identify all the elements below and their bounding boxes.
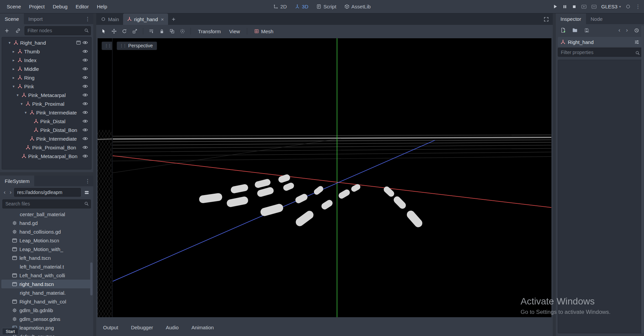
tree-node[interactable]: Pink	[2, 82, 91, 91]
visibility-eye-icon[interactable]	[83, 110, 88, 114]
tab-import[interactable]: Import	[24, 13, 48, 24]
visibility-eye-icon[interactable]	[83, 145, 88, 149]
play-button[interactable]	[553, 4, 558, 9]
current-path-field[interactable]	[14, 188, 81, 197]
close-icon[interactable]: ×	[161, 16, 164, 22]
expand-arrow-icon[interactable]	[11, 64, 16, 73]
menu-debug[interactable]: Debug	[49, 0, 71, 13]
file-item[interactable]: center_ball_material	[0, 210, 93, 219]
perspective-label-clipped[interactable]: ⋮⋮ Perspective	[102, 42, 113, 50]
select-tool-button[interactable]	[99, 27, 108, 36]
tree-node[interactable]: Pink_Distal_Bon	[2, 126, 91, 134]
history-back-icon[interactable]: ‹	[2, 189, 7, 196]
rotate-tool-button[interactable]	[120, 27, 129, 36]
menu-project[interactable]: Project	[25, 0, 49, 13]
new-resource-button[interactable]	[559, 26, 568, 35]
tree-node[interactable]: Pink_Proximal	[2, 99, 91, 108]
file-item[interactable]: gdlm_lib.gdnlib	[0, 306, 93, 315]
expand-arrow-icon[interactable]	[15, 91, 20, 99]
tree-node[interactable]: Pink_Intermediate	[2, 134, 91, 143]
file-item[interactable]: hand.gd	[0, 219, 93, 227]
file-item[interactable]: right_hand_material.	[0, 288, 93, 297]
play-scene-button[interactable]	[581, 4, 587, 9]
filesystem-scrollbar[interactable]	[90, 262, 93, 295]
file-item-selected[interactable]: right_hand.tscn	[1, 280, 92, 288]
menu-scene[interactable]: Scene	[3, 0, 25, 13]
pause-button[interactable]	[562, 4, 567, 9]
expand-arrow-icon[interactable]	[11, 82, 16, 91]
tab-scene[interactable]: Scene	[0, 13, 24, 24]
visibility-eye-icon[interactable]	[83, 41, 88, 45]
expand-arrow-icon[interactable]	[19, 99, 24, 108]
tree-node[interactable]: Ring	[2, 73, 91, 82]
transform-menu[interactable]: Transform	[194, 29, 224, 34]
tab-filesystem[interactable]: FileSystem	[0, 176, 34, 186]
tree-node[interactable]: Pink_Proximal_Bon	[2, 143, 91, 152]
expand-viewport-icon[interactable]	[540, 13, 553, 25]
dots-menu-icon[interactable]: ⋮	[635, 3, 641, 10]
toggle-split-mode-icon[interactable]	[82, 188, 91, 197]
visibility-eye-icon[interactable]	[83, 119, 88, 123]
edited-object-row[interactable]: Right_hand	[558, 37, 642, 47]
search-files-input[interactable]	[2, 199, 91, 208]
tab-inspector[interactable]: Inspector	[556, 13, 586, 24]
output-panel-button[interactable]: Output	[103, 325, 118, 330]
expand-arrow-icon[interactable]	[23, 108, 28, 117]
tree-node[interactable]: Index	[2, 56, 91, 64]
play-custom-scene-button[interactable]	[591, 4, 597, 9]
move-tool-button[interactable]	[109, 27, 119, 36]
expand-arrow-icon[interactable]	[11, 73, 16, 82]
visibility-eye-icon[interactable]	[83, 102, 88, 106]
tree-node[interactable]: Right_hand	[2, 38, 91, 47]
snap-toggle-button[interactable]	[178, 27, 187, 36]
file-item[interactable]: Leap_Motion.tscn	[0, 236, 93, 245]
group-node-button[interactable]	[167, 27, 177, 36]
load-resource-button[interactable]	[571, 26, 579, 35]
instance-scene-button[interactable]	[13, 26, 22, 35]
new-tab-button[interactable]	[168, 13, 179, 25]
history-forward-icon[interactable]: ›	[8, 189, 13, 196]
add-node-button[interactable]	[2, 26, 11, 35]
workspace-2d[interactable]: 2D	[273, 4, 287, 9]
3d-viewport[interactable]: ⋮⋮ Perspective	[113, 38, 551, 317]
history-back-icon[interactable]: ‹	[617, 27, 622, 34]
visibility-eye-icon[interactable]	[83, 49, 88, 53]
expand-arrow-icon[interactable]	[7, 38, 12, 47]
tab-main-scene[interactable]: Main	[97, 13, 123, 25]
file-item[interactable]: Right_hand_with_col	[0, 297, 93, 306]
filter-properties-input[interactable]	[558, 48, 642, 57]
file-item[interactable]: Leap_Motion_with_	[0, 245, 93, 253]
visibility-eye-icon[interactable]	[83, 137, 88, 141]
visibility-eye-icon[interactable]	[83, 128, 88, 132]
save-resource-button[interactable]	[582, 26, 591, 35]
tree-node[interactable]: Pink_Distal	[2, 117, 91, 126]
expand-arrow-icon[interactable]	[11, 47, 16, 56]
menu-editor[interactable]: Editor	[71, 0, 93, 13]
file-item[interactable]: gdlm_sensor.gdns	[0, 315, 93, 323]
workspace-3d[interactable]: 3D	[295, 4, 308, 9]
menu-help[interactable]: Help	[93, 0, 111, 13]
file-item[interactable]: left_hand_material.t	[0, 262, 93, 271]
dock-menu-icon[interactable]: ⋮	[82, 178, 93, 184]
mesh-menu[interactable]: Mesh	[251, 29, 277, 34]
visibility-eye-icon[interactable]	[83, 58, 88, 62]
scale-tool-button[interactable]	[130, 27, 140, 36]
windows-start-button[interactable]: Start	[2, 328, 18, 335]
expand-arrow-icon[interactable]	[11, 56, 16, 64]
tree-node[interactable]: Middle	[2, 64, 91, 73]
file-item[interactable]: hand_collisions.gd	[0, 227, 93, 236]
file-item[interactable]: Left_hand_with_colli	[0, 271, 93, 280]
tree-node[interactable]: Pink_Intermediate	[2, 108, 91, 117]
video-driver-dropdown[interactable]: GLES3 ▾	[601, 4, 621, 9]
perspective-label[interactable]: ⋮⋮ Perspective	[117, 42, 157, 50]
workspace-script[interactable]: Script	[316, 4, 336, 9]
tree-node[interactable]: Thumb	[2, 47, 91, 56]
tree-node[interactable]: Pink_Metacarpal_Bon	[2, 152, 91, 160]
stop-button[interactable]	[572, 4, 577, 9]
tree-node[interactable]: Pink_Metacarpal	[2, 91, 91, 99]
filter-nodes-input[interactable]	[24, 26, 91, 35]
visibility-eye-icon[interactable]	[83, 93, 88, 97]
history-forward-icon[interactable]: ›	[625, 27, 629, 34]
view-menu[interactable]: View	[225, 29, 244, 34]
object-history-button[interactable]	[632, 26, 641, 35]
